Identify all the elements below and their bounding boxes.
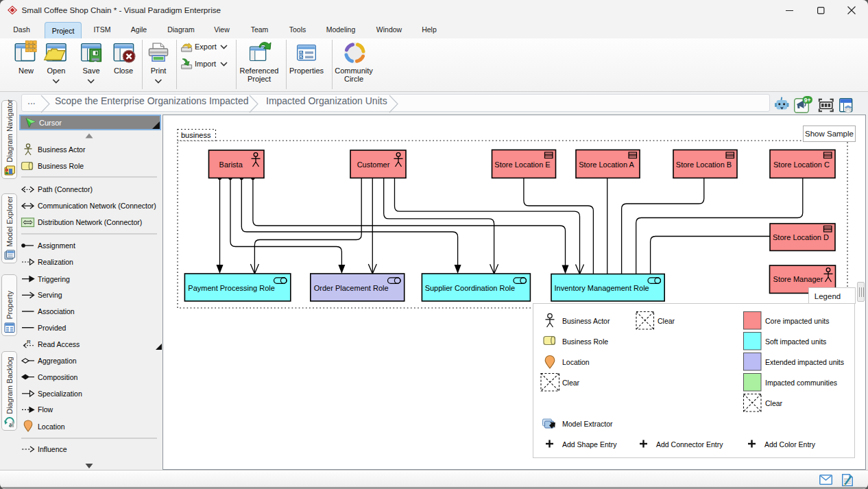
svg-text:Store Location D: Store Location D [773,233,829,241]
svg-text:Add Shape Entry: Add Shape Entry [562,440,617,449]
svg-text:Aggregation: Aggregation [38,357,77,365]
svg-text:Specialization: Specialization [38,390,82,398]
svg-text:Association: Association [38,307,75,315]
svg-text:Location: Location [562,358,590,366]
svg-text:R: R [27,339,31,345]
svg-text:Payment Processing Role: Payment Processing Role [188,284,275,292]
svg-text:business: business [181,131,211,139]
svg-text:Influence: Influence [38,445,67,453]
svg-text:Communication Network (Connect: Communication Network (Connector) [38,202,156,210]
svg-text:Store Location B: Store Location B [676,160,732,169]
svg-text:Add Connector Entry: Add Connector Entry [656,440,723,449]
svg-text:Realization: Realization [38,258,73,266]
svg-text:Distribution Network (Connecto: Distribution Network (Connector) [38,218,142,226]
svg-text:Path (Connector): Path (Connector) [38,185,93,193]
svg-text:Barista: Barista [219,160,243,169]
svg-text:Store Manager: Store Manager [773,275,823,283]
svg-text:Business Actor: Business Actor [562,317,610,325]
svg-text:Business Role: Business Role [562,337,608,346]
svg-text:Store Location C: Store Location C [773,160,830,169]
svg-text:Business Role: Business Role [38,162,84,170]
svg-text:Supplier Coordination Role: Supplier Coordination Role [425,284,515,292]
svg-text:Impacted communities: Impacted communities [765,379,837,387]
svg-text:Provided: Provided [38,324,67,332]
svg-text:Serving: Serving [38,291,62,299]
svg-text:Read Access: Read Access [38,340,80,348]
svg-text:Core impacted units: Core impacted units [765,317,829,325]
svg-text:Store Location E: Store Location E [494,160,550,169]
svg-text:Customer: Customer [357,160,390,169]
svg-text:Triggering: Triggering [38,275,70,283]
svg-text:Flow: Flow [38,405,53,414]
svg-text:Add Color Entry: Add Color Entry [764,440,816,449]
svg-text:Soft impacted units: Soft impacted units [765,337,826,346]
svg-text:Extended impacted units: Extended impacted units [765,358,844,366]
svg-text:Location: Location [38,422,65,431]
svg-text:Clear: Clear [765,399,783,407]
svg-text:Model Extractor: Model Extractor [562,420,613,428]
svg-text:Inventory Management Role: Inventory Management Role [555,284,649,292]
svg-text:Clear: Clear [562,379,580,387]
svg-text:Business Actor: Business Actor [38,145,86,154]
svg-text:Composition: Composition [38,373,78,381]
svg-text:Clear: Clear [658,317,675,325]
svg-text:Store Location A: Store Location A [579,160,634,169]
svg-text:Order Placement Role: Order Placement Role [314,284,389,292]
svg-text:9+: 9+ [804,97,811,104]
svg-text:Assignment: Assignment [38,241,75,250]
